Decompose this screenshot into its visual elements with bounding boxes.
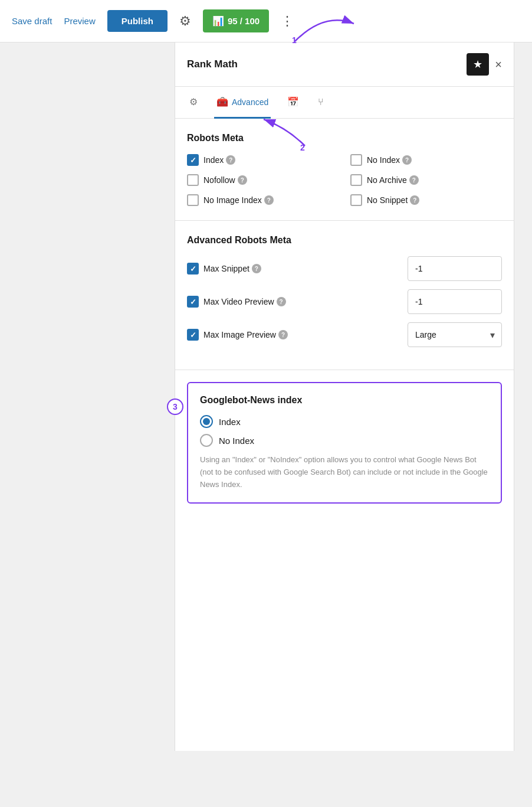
help-icon-nofollow[interactable]: ? — [238, 175, 247, 185]
label-no-image-index: No Image Index ? — [203, 195, 274, 205]
advanced-robots-meta-section: Advanced Robots Meta Max Snippet ? Max V… — [175, 221, 514, 370]
toolbar-left: Save draft Preview Publish ⚙ 📊 95 / 100 … — [12, 9, 294, 32]
checkbox-nofollow[interactable] — [187, 174, 199, 186]
help-icon-no-snippet[interactable]: ? — [410, 195, 419, 205]
gear-tab-icon: ⚙ — [189, 96, 198, 107]
annotation-3: 3 — [167, 398, 183, 415]
radio-label-index: Index — [219, 417, 241, 427]
publish-button[interactable]: Publish — [107, 10, 168, 32]
adv-left-max-video-preview: Max Video Preview ? — [187, 296, 286, 308]
label-max-image-preview: Max Image Preview ? — [203, 330, 288, 339]
label-max-video-preview: Max Video Preview ? — [203, 297, 286, 306]
radio-item-index: Index — [200, 415, 489, 428]
radio-label-no-index: No Index — [219, 436, 254, 446]
robot-item-no-index: No Index ? — [350, 154, 502, 166]
checkbox-index[interactable] — [187, 154, 199, 166]
tab-general[interactable]: ⚙ — [187, 87, 200, 119]
help-icon-no-archive[interactable]: ? — [409, 175, 419, 185]
help-icon-max-video-preview[interactable]: ? — [277, 297, 286, 306]
checkbox-max-video-preview[interactable] — [187, 296, 199, 308]
robots-meta-grid: Index ? No Index ? Nofollow ? — [187, 154, 502, 206]
close-panel-button[interactable]: × — [495, 58, 502, 71]
toolbar: Save draft Preview Publish ⚙ 📊 95 / 100 … — [0, 0, 532, 43]
panel-title: Rank Math — [187, 58, 238, 70]
help-icon-max-snippet[interactable]: ? — [252, 264, 261, 273]
more-options-button[interactable]: ⋮ — [281, 14, 294, 29]
radio-item-no-index: No Index — [200, 434, 489, 447]
googlebot-description: Using an "Index" or "NoIndex" option all… — [200, 454, 489, 491]
adv-row-max-image-preview: Max Image Preview ? None Standard Large — [187, 322, 502, 347]
tab-schema[interactable]: 📅 — [285, 87, 301, 119]
robot-item-nofollow: Nofollow ? — [187, 174, 339, 186]
briefcase-tab-icon: 🧰 — [216, 96, 228, 107]
rank-math-panel: Rank Math ★ × ⚙ 🧰 Advanced 📅 ⑂ — [175, 43, 514, 751]
radio-no-index[interactable] — [200, 434, 213, 447]
advanced-robots-meta-title: Advanced Robots Meta — [187, 235, 502, 246]
select-max-image-preview[interactable]: None Standard Large — [408, 322, 502, 347]
panel-tabs: ⚙ 🧰 Advanced 📅 ⑂ 2 — [175, 87, 514, 119]
star-button[interactable]: ★ — [467, 53, 489, 76]
gear-button[interactable]: ⚙ — [179, 14, 191, 29]
adv-left-max-image-preview: Max Image Preview ? — [187, 329, 288, 341]
label-nofollow: Nofollow ? — [203, 175, 247, 185]
label-no-archive: No Archive ? — [367, 175, 419, 185]
calendar-tab-icon: 📅 — [287, 96, 299, 107]
score-icon: 📊 — [212, 15, 224, 27]
label-no-snippet: No Snippet ? — [367, 195, 419, 205]
checkbox-no-image-index[interactable] — [187, 194, 199, 206]
input-max-snippet[interactable] — [408, 256, 502, 281]
help-icon-no-index[interactable]: ? — [402, 155, 412, 165]
checkbox-max-image-preview[interactable] — [187, 329, 199, 341]
robot-item-no-image-index: No Image Index ? — [187, 194, 339, 206]
select-wrapper-max-image-preview: None Standard Large — [408, 322, 502, 347]
score-value: 95 / 100 — [228, 16, 260, 26]
share-tab-icon: ⑂ — [318, 97, 324, 107]
checkbox-no-index[interactable] — [350, 154, 362, 166]
robot-item-no-archive: No Archive ? — [350, 174, 502, 186]
checkbox-max-snippet[interactable] — [187, 263, 199, 275]
label-max-snippet: Max Snippet ? — [203, 264, 261, 273]
save-draft-button[interactable]: Save draft — [12, 16, 52, 26]
tab-advanced-label: Advanced — [232, 97, 268, 107]
radio-index[interactable] — [200, 415, 213, 428]
panel-header: Rank Math ★ × — [175, 43, 514, 87]
robots-meta-section: Robots Meta Index ? No Index ? — [175, 119, 514, 221]
panel-header-actions: ★ × — [467, 53, 502, 76]
googlebot-wrapper: 3 Googlebot-News index Index No Index Us… — [175, 382, 514, 530]
robot-item-index: Index ? — [187, 154, 339, 166]
robots-meta-title: Robots Meta — [187, 133, 502, 143]
adv-row-max-snippet: Max Snippet ? — [187, 256, 502, 281]
input-max-video-preview[interactable] — [408, 289, 502, 314]
googlebot-news-title: Googlebot-News index — [200, 395, 489, 406]
googlebot-news-section: Googlebot-News index Index No Index Usin… — [187, 382, 502, 504]
checkbox-no-snippet[interactable] — [350, 194, 362, 206]
score-button[interactable]: 📊 95 / 100 — [203, 9, 269, 32]
label-no-index: No Index ? — [367, 155, 412, 165]
tab-social[interactable]: ⑂ — [316, 87, 326, 119]
adv-row-max-video-preview: Max Video Preview ? — [187, 289, 502, 314]
help-icon-max-image-preview[interactable]: ? — [278, 330, 288, 339]
tab-advanced[interactable]: 🧰 Advanced — [214, 87, 271, 119]
adv-left-max-snippet: Max Snippet ? — [187, 263, 261, 275]
help-icon-index[interactable]: ? — [226, 155, 235, 165]
preview-button[interactable]: Preview — [64, 16, 95, 26]
label-index: Index ? — [203, 155, 235, 165]
checkbox-no-archive[interactable] — [350, 174, 362, 186]
robot-item-no-snippet: No Snippet ? — [350, 194, 502, 206]
help-icon-no-image-index[interactable]: ? — [264, 195, 274, 205]
